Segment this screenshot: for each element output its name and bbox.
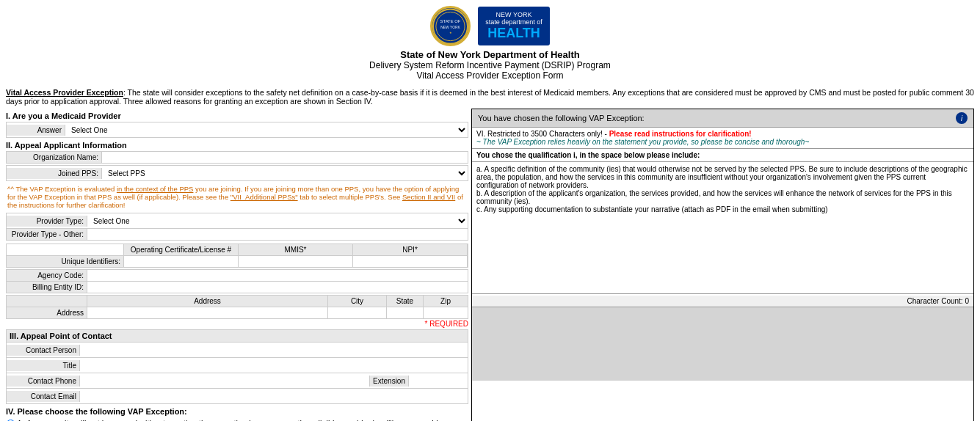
unique-identifiers-table: Operating Certificate/License # MMIS* NP… <box>6 244 468 268</box>
warning-link1[interactable]: in the context of the PPS <box>117 185 194 193</box>
state-input[interactable] <box>387 307 423 318</box>
contact-person-input[interactable] <box>80 343 468 357</box>
joined-pps-label: Joined PPS: <box>7 168 102 179</box>
contact-person-label: Contact Person <box>7 345 80 356</box>
vap-header-text: You have chosen the following VAP Except… <box>478 114 645 122</box>
vap-header: You have chosen the following VAP Except… <box>472 109 973 128</box>
char-count-row: Character Count: 0 <box>472 296 973 307</box>
contact-email-input[interactable] <box>80 389 468 403</box>
main-content: I. Are you a Medicaid Provider Answer Se… <box>0 109 980 421</box>
addr-col-city: City <box>328 296 387 307</box>
unique-id-row: Unique Identifiers: <box>7 256 468 267</box>
note-teal: ~ The VAP Exception relies heavily on th… <box>476 138 809 146</box>
warning-link3[interactable]: Section II and VII <box>402 193 455 201</box>
title-line2: Delivery System Reform Incentive Payment… <box>0 60 980 70</box>
unique-id-label: Unique Identifiers: <box>7 256 124 267</box>
joined-pps-select[interactable]: Select PPS <box>102 166 468 180</box>
provider-type-other-label: Provider Type - Other: <box>7 229 87 240</box>
contact-phone-input-wrapper <box>80 373 369 388</box>
cert-input[interactable] <box>127 257 235 266</box>
title-line1: State of New York Department of Health <box>0 49 980 60</box>
address-data-row: Address <box>7 307 468 318</box>
billing-entity-row: Billing Entity ID: <box>7 282 468 293</box>
title-line3: Vital Access Provider Exception Form <box>0 70 980 81</box>
section4-header: IV. Please choose the following VAP Exce… <box>6 407 468 416</box>
agency-code-input[interactable] <box>87 270 468 281</box>
billing-entity-label: Billing Entity ID: <box>7 282 87 293</box>
state-input-cell <box>387 307 424 318</box>
mmis-col-header: MMIS* <box>239 244 353 255</box>
answer-row: Answer Select One <box>6 122 468 138</box>
zip-input[interactable] <box>424 307 468 318</box>
extension-input[interactable] <box>409 376 468 387</box>
address-input[interactable] <box>87 307 327 318</box>
vital-access-text: : The state will consider exceptions to … <box>6 88 974 106</box>
title-label: Title <box>7 360 80 371</box>
ny-state-logo: STATE OF NEW YORK ★ <box>430 6 471 46</box>
left-panel: I. Are you a Medicaid Provider Answer Se… <box>6 109 468 421</box>
page-header: STATE OF NEW YORK ★ NEW YORK state depar… <box>0 0 980 88</box>
extension-label: Extension <box>369 376 409 387</box>
textarea-label: You chose the qualification i, in the sp… <box>472 149 973 162</box>
title-input[interactable] <box>80 358 468 373</box>
title-section: State of New York Department of Health D… <box>0 49 980 81</box>
mmis-input[interactable] <box>242 257 349 266</box>
rp-bottom-area <box>472 307 973 381</box>
provider-type-select[interactable]: Select One <box>87 213 468 228</box>
right-panel: You have chosen the following VAP Except… <box>471 109 974 421</box>
svg-text:★: ★ <box>449 30 452 34</box>
contact-email-row: Contact Email <box>7 389 468 403</box>
rp-note: VI. Restricted to 3500 Characters only! … <box>472 128 973 149</box>
contact-person-input-wrapper <box>80 343 468 357</box>
npi-input-cell <box>353 256 468 267</box>
provider-type-other-row: Provider Type - Other: <box>6 228 468 241</box>
addr-blank <box>7 296 87 307</box>
vital-access-description: Vital Access Provider Exception: The sta… <box>0 88 980 106</box>
mmis-input-cell <box>239 256 353 267</box>
note-prefix: VI. Restricted to 3500 Characters only! … <box>476 130 609 138</box>
addr-col-zip: Zip <box>424 296 468 307</box>
provider-type-row: Provider Type: Select One <box>6 213 468 229</box>
provider-type-label: Provider Type: <box>7 216 87 227</box>
org-name-label: Organization Name: <box>7 152 102 163</box>
misc-rows: Agency Code: Billing Entity ID: <box>6 269 468 293</box>
title-input-wrapper <box>80 358 468 373</box>
info-badge: i <box>956 112 968 124</box>
note-bold: Please read instructions for clarificati… <box>609 130 752 138</box>
joined-pps-row: Joined PPS: Select PPS <box>6 165 468 181</box>
section4-radio-row: i A community will not be served without… <box>6 417 468 421</box>
city-input-cell <box>328 307 387 318</box>
contact-phone-label: Contact Phone <box>7 376 80 387</box>
agency-code-row: Agency Code: <box>7 270 468 282</box>
org-name-input[interactable] <box>102 152 468 163</box>
char-count-value: 0 <box>965 297 969 305</box>
npi-input[interactable] <box>356 257 464 266</box>
title-row: Title <box>7 358 468 373</box>
answer-select[interactable]: Select One <box>65 122 468 137</box>
city-input[interactable] <box>328 307 386 318</box>
logo-area: STATE OF NEW YORK ★ NEW YORK state depar… <box>0 6 980 46</box>
addr-col-state: State <box>387 296 424 307</box>
section1-header: I. Are you a Medicaid Provider <box>6 111 468 120</box>
zip-input-cell <box>424 307 468 318</box>
answer-label: Answer <box>7 125 65 136</box>
extension-wrapper: Extension <box>369 376 468 387</box>
svg-text:STATE OF: STATE OF <box>440 19 461 23</box>
contact-phone-input[interactable] <box>80 373 369 388</box>
billing-entity-input[interactable] <box>87 282 468 293</box>
cert-input-cell <box>124 256 239 267</box>
health-logo: NEW YORK state department of HEALTH <box>478 7 550 45</box>
provider-type-other-input[interactable] <box>87 229 468 240</box>
address-section: Address City State Zip Address <box>6 295 468 319</box>
address-row-label: Address <box>7 307 87 318</box>
contact-email-input-wrapper <box>80 389 468 403</box>
cert-col-header: Operating Certificate/License # <box>124 244 239 255</box>
section2-header: II. Appeal Applicant Information <box>6 141 468 150</box>
vital-access-label: Vital Access Provider Exception <box>6 88 123 97</box>
warning-link2[interactable]: "VII_Additional PPSs" <box>231 193 298 201</box>
warning-text: ^^ The VAP Exception is evaluated in the… <box>6 183 468 210</box>
org-name-row: Organization Name: <box>6 151 468 164</box>
agency-code-label: Agency Code: <box>7 270 87 281</box>
contact-phone-row: Contact Phone Extension <box>7 373 468 389</box>
vap-textarea[interactable] <box>472 162 973 294</box>
